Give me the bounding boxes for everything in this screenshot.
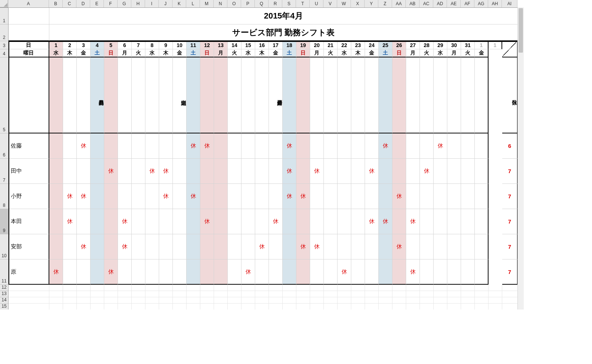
shift-0-8[interactable]	[145, 133, 159, 159]
shift-1-29[interactable]	[434, 159, 447, 184]
note-empty-9[interactable]	[159, 57, 173, 133]
note-empty-11[interactable]	[187, 57, 200, 133]
shift-0-31[interactable]	[461, 133, 475, 159]
shift-0-18[interactable]: 休	[283, 133, 296, 159]
shift-5-1[interactable]: 休	[49, 259, 63, 285]
shift-3-6[interactable]: 休	[118, 209, 132, 234]
day-11[interactable]: 11	[187, 41, 200, 49]
cell-D12[interactable]	[77, 285, 91, 291]
shift-4-25[interactable]	[379, 234, 392, 259]
shift-3-30[interactable]	[447, 209, 461, 234]
cell-T12[interactable]	[296, 285, 310, 291]
cell-H13[interactable]	[132, 291, 145, 297]
shift-2-9[interactable]: 休	[159, 184, 173, 209]
shift-2-10[interactable]	[173, 184, 187, 209]
weekday-31[interactable]: 火	[461, 49, 475, 57]
cell-S14[interactable]	[283, 297, 296, 304]
shift-0-29[interactable]: 休	[434, 133, 447, 159]
cell-A12[interactable]	[9, 285, 49, 291]
day-3[interactable]: 3	[77, 41, 91, 49]
cell-`12[interactable]	[461, 285, 475, 291]
shift-3-2[interactable]: 休	[63, 209, 77, 234]
shift-2-1[interactable]	[49, 184, 63, 209]
weekday-18[interactable]: 土	[283, 49, 296, 57]
day-23[interactable]: 23	[351, 41, 365, 49]
cell-^15[interactable]	[434, 304, 447, 310]
shift-1-11[interactable]	[187, 159, 200, 184]
shift-3-19[interactable]	[296, 209, 310, 234]
shift-3-7[interactable]	[132, 209, 145, 234]
note-empty-6[interactable]	[118, 57, 132, 133]
shift-4-19[interactable]: 休	[296, 234, 310, 259]
shift-2-16[interactable]	[255, 184, 269, 209]
col-header-U[interactable]: U	[310, 0, 323, 7]
shift-4-32[interactable]	[475, 234, 489, 259]
weekday-2[interactable]: 木	[63, 49, 77, 57]
note-empty-1[interactable]	[49, 57, 63, 133]
shift-0-10[interactable]	[173, 133, 187, 159]
cell-N14[interactable]	[214, 297, 228, 304]
shift-3-18[interactable]	[283, 209, 296, 234]
shift-5-15[interactable]: 休	[241, 259, 255, 285]
day-19[interactable]: 19	[296, 41, 310, 49]
day-8[interactable]: 8	[145, 41, 159, 49]
shift-0-13[interactable]	[214, 133, 228, 159]
weekday-14[interactable]: 火	[228, 49, 241, 57]
cell-R15[interactable]	[269, 304, 283, 310]
cell-G14[interactable]	[118, 297, 132, 304]
cell-`14[interactable]	[461, 297, 475, 304]
shift-5-4[interactable]	[91, 259, 104, 285]
cell-W14[interactable]	[338, 297, 351, 304]
col-header-C[interactable]: C	[63, 0, 76, 7]
cell-G13[interactable]	[118, 291, 132, 297]
note-empty-26[interactable]	[392, 57, 406, 133]
shift-4-29[interactable]	[434, 234, 447, 259]
shift-2-13[interactable]	[214, 184, 228, 209]
cell-J13[interactable]	[159, 291, 173, 297]
day-32[interactable]: 1	[475, 41, 489, 49]
cell-R12[interactable]	[269, 285, 283, 291]
shift-3-8[interactable]	[145, 209, 159, 234]
row-header-8[interactable]: 8	[0, 184, 8, 209]
shift-3-22[interactable]	[338, 209, 351, 234]
shift-5-22[interactable]: 休	[338, 259, 351, 285]
shift-0-11[interactable]: 休	[187, 133, 200, 159]
cell-M14[interactable]	[200, 297, 214, 304]
shift-1-15[interactable]	[241, 159, 255, 184]
shift-5-10[interactable]	[173, 259, 187, 285]
shift-0-17[interactable]	[269, 133, 283, 159]
cell-]12[interactable]	[420, 285, 434, 291]
shift-5-13[interactable]	[214, 259, 228, 285]
cell-K14[interactable]	[173, 297, 187, 304]
day-13[interactable]: 13	[214, 41, 228, 49]
shift-3-25[interactable]: 休	[379, 209, 392, 234]
day-27[interactable]: 27	[406, 41, 420, 49]
weekday-17[interactable]: 金	[269, 49, 283, 57]
col-header-J[interactable]: J	[159, 0, 172, 7]
shift-4-5[interactable]	[104, 234, 118, 259]
shift-0-28[interactable]	[420, 133, 434, 159]
cell-T15[interactable]	[296, 304, 310, 310]
shift-2-30[interactable]	[447, 184, 461, 209]
shift-2-31[interactable]	[461, 184, 475, 209]
col-header-D[interactable]: D	[76, 0, 90, 7]
row-header-1[interactable]: 1	[0, 8, 8, 24]
col-header-N[interactable]: N	[214, 0, 227, 7]
shift-5-32[interactable]	[475, 259, 489, 285]
col-header-R[interactable]: R	[269, 0, 282, 7]
note-empty-15[interactable]	[241, 57, 255, 133]
note-empty-16[interactable]	[255, 57, 269, 133]
weekday-9[interactable]: 木	[159, 49, 173, 57]
cell-F13[interactable]	[104, 291, 118, 297]
select-all-corner[interactable]	[0, 0, 8, 7]
weekday-24[interactable]: 金	[365, 49, 379, 57]
cell-M12[interactable]	[200, 285, 214, 291]
note-empty-21[interactable]	[324, 57, 338, 133]
shift-4-21[interactable]	[324, 234, 338, 259]
cell-L12[interactable]	[187, 285, 200, 291]
shift-5-30[interactable]	[447, 259, 461, 285]
cell-X12[interactable]	[351, 285, 365, 291]
weekday-6[interactable]: 月	[118, 49, 132, 57]
shift-0-7[interactable]	[132, 133, 145, 159]
cell-D14[interactable]	[77, 297, 91, 304]
